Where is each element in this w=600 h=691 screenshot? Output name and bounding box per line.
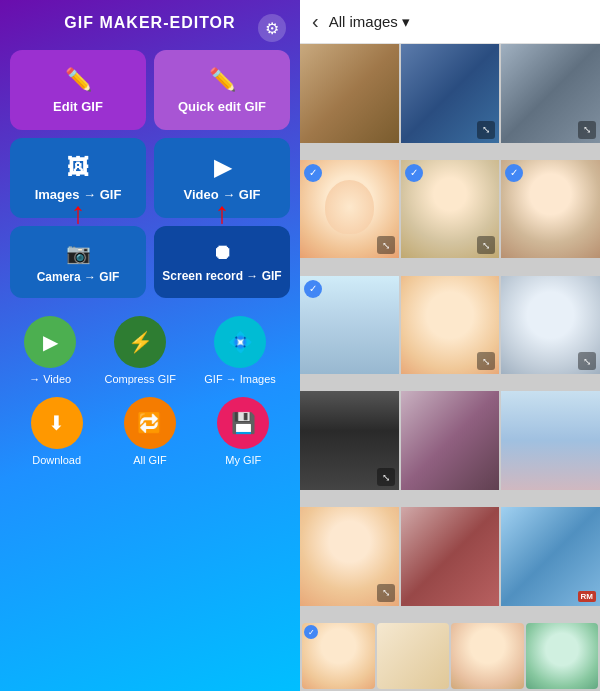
strip-cell[interactable]: ✓	[302, 623, 375, 689]
camera-gif-label: Camera → GIF	[37, 270, 120, 284]
photo-cell[interactable]: ⤡	[300, 391, 399, 490]
download-label: Download	[32, 454, 81, 466]
download-item[interactable]: ⬇ Download	[31, 397, 83, 466]
all-images-label: All images	[329, 13, 398, 30]
all-images-dropdown[interactable]: All images ▾	[329, 13, 410, 31]
right-header: ‹ All images ▾	[300, 0, 600, 44]
expand-icon: ⤡	[477, 352, 495, 370]
compress-gif-item[interactable]: ⚡ Compress GIF	[104, 316, 176, 385]
circles-row-2: ⬇ Download 🔁 All GIF 💾 My GIF	[0, 391, 300, 476]
right-panel: ‹ All images ▾ ⤡ ⤡ ✓ ⤡ ✓	[300, 0, 600, 691]
images-gif-icon: 🖼	[67, 155, 89, 181]
expand-icon: ⤡	[377, 236, 395, 254]
edit-gif-label: Edit GIF	[53, 99, 103, 114]
quick-edit-label: Quick edit GIF	[178, 99, 266, 114]
photo-cell[interactable]: ✓	[501, 160, 600, 259]
gif-video-label: → Video	[29, 373, 71, 385]
edit-gif-button[interactable]: ✏️ Edit GIF	[10, 50, 146, 130]
compress-gif-label: Compress GIF	[104, 373, 176, 385]
quick-edit-gif-button[interactable]: ✏️ Quick edit GIF	[154, 50, 290, 130]
left-panel: GIF MAKER-EDITOR ⚙ ✏️ Edit GIF ✏️ Quick …	[0, 0, 300, 691]
video-to-gif-button[interactable]: ▶ Video → GIF ↑	[154, 138, 290, 218]
gif-images-icon: 💠	[228, 330, 253, 354]
gif-video-button[interactable]: ▶	[24, 316, 76, 368]
my-gif-label: My GIF	[225, 454, 261, 466]
quick-edit-icon: ✏️	[209, 67, 236, 93]
photo-cell[interactable]: ⤡	[401, 276, 500, 375]
gif-video-item[interactable]: ▶ → Video	[24, 316, 76, 385]
back-button[interactable]: ‹	[312, 10, 319, 33]
photo-cell[interactable]	[300, 44, 399, 143]
all-gif-label: All GIF	[133, 454, 167, 466]
compress-gif-button[interactable]: ⚡	[114, 316, 166, 368]
edit-gif-icon: ✏️	[65, 67, 92, 93]
check-icon: ✓	[304, 280, 322, 298]
photo-cell[interactable]: ✓ ⤡	[401, 160, 500, 259]
strip-cell[interactable]	[377, 623, 450, 689]
video-gif-icon: ▶	[214, 155, 231, 181]
red-arrow-1: ↑	[71, 198, 86, 228]
all-gif-item[interactable]: 🔁 All GIF	[124, 397, 176, 466]
screen-record-label: Screen record → GIF	[162, 269, 281, 283]
compress-icon: ⚡	[128, 330, 153, 354]
bottom-photo-strip: ✓	[300, 621, 600, 691]
photo-cell[interactable]	[401, 507, 500, 606]
my-gif-item[interactable]: 💾 My GIF	[217, 397, 269, 466]
photo-cell[interactable]: ⤡	[501, 44, 600, 143]
screen-record-icon: ⏺	[212, 241, 232, 264]
gear-icon: ⚙	[265, 19, 279, 38]
gif-images-button[interactable]: 💠	[214, 316, 266, 368]
photo-cell[interactable]: ✓ ⤡	[300, 160, 399, 259]
all-gif-icon: 🔁	[137, 411, 162, 435]
circles-row-1: ▶ → Video ⚡ Compress GIF 💠 GIF → Images	[0, 306, 300, 391]
chevron-down-icon: ▾	[402, 13, 410, 31]
left-header: GIF MAKER-EDITOR ⚙	[0, 0, 300, 42]
download-button[interactable]: ⬇	[31, 397, 83, 449]
all-gif-button[interactable]: 🔁	[124, 397, 176, 449]
gif-images-item[interactable]: 💠 GIF → Images	[204, 316, 276, 385]
download-icon: ⬇	[48, 411, 65, 435]
expand-icon: ⤡	[578, 352, 596, 370]
settings-button[interactable]: ⚙	[258, 14, 286, 42]
check-icon: ✓	[405, 164, 423, 182]
camera-icon: 📷	[66, 241, 91, 265]
gif-images-label: GIF → Images	[204, 373, 276, 385]
app-title: GIF MAKER-EDITOR	[64, 14, 235, 32]
expand-icon: ⤡	[477, 236, 495, 254]
expand-icon: ⤡	[377, 584, 395, 602]
photo-cell[interactable]	[501, 391, 600, 490]
my-gif-icon: 💾	[231, 411, 256, 435]
photo-cell[interactable]: RM	[501, 507, 600, 606]
main-buttons-grid: ✏️ Edit GIF ✏️ Quick edit GIF 🖼 Images →…	[0, 42, 300, 226]
expand-icon: ⤡	[578, 121, 596, 139]
photo-cell[interactable]: ✓	[300, 276, 399, 375]
photo-cell[interactable]: ⤡	[300, 507, 399, 606]
rm-badge: RM	[578, 591, 596, 602]
expand-icon: ⤡	[377, 468, 395, 486]
strip-cell[interactable]	[451, 623, 524, 689]
screen-record-button[interactable]: ⏺ Screen record → GIF	[154, 226, 290, 298]
check-icon: ✓	[304, 164, 322, 182]
camera-gif-button[interactable]: 📷 Camera → GIF	[10, 226, 146, 298]
expand-icon: ⤡	[477, 121, 495, 139]
photo-cell[interactable]: ⤡	[501, 276, 600, 375]
secondary-grid: 📷 Camera → GIF ⏺ Screen record → GIF	[0, 226, 300, 306]
my-gif-button[interactable]: 💾	[217, 397, 269, 449]
photo-cell[interactable]	[401, 391, 500, 490]
strip-cell[interactable]	[526, 623, 599, 689]
photo-grid: ⤡ ⤡ ✓ ⤡ ✓ ⤡ ✓ ✓ ⤡	[300, 44, 600, 621]
red-arrow-2: ↑	[215, 198, 230, 228]
gif-video-icon: ▶	[43, 330, 58, 354]
images-to-gif-button[interactable]: 🖼 Images → GIF ↑	[10, 138, 146, 218]
photo-cell[interactable]: ⤡	[401, 44, 500, 143]
